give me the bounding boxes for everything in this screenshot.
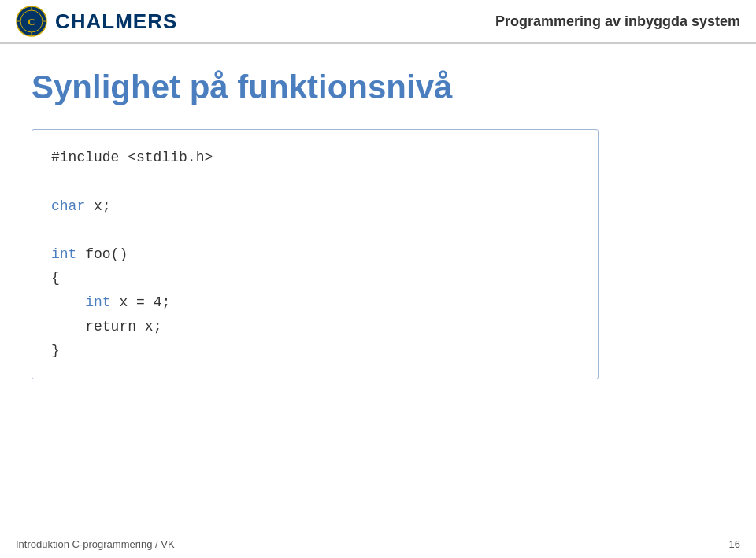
code-line-7: int x = 4; [51, 290, 579, 315]
footer-page-number: 16 [729, 538, 740, 550]
main-content: Synlighet på funktionsnivå #include <std… [0, 44, 756, 395]
code-line-9: } [51, 338, 579, 363]
chalmers-logo-icon: C [16, 6, 47, 37]
code-line-2 [51, 170, 579, 194]
footer-left: Introduktion C-programmering / VK [16, 538, 175, 550]
code-line-6: { [51, 266, 579, 290]
logo-area: C CHALMERS [16, 6, 177, 37]
logo-text: CHALMERS [55, 9, 177, 34]
code-block: #include <stdlib.h> char x; int foo() { … [32, 129, 598, 379]
code-line-5: int foo() [51, 242, 579, 267]
code-line-8: return x; [51, 315, 579, 339]
code-line-3: char x; [51, 194, 579, 219]
footer: Introduktion C-programmering / VK 16 [0, 530, 756, 558]
code-line-4 [51, 218, 579, 242]
header-title: Programmering av inbyggda system [495, 13, 740, 30]
header: C CHALMERS Programmering av inbyggda sys… [0, 0, 756, 44]
code-line-1: #include <stdlib.h> [51, 146, 579, 170]
svg-text:C: C [28, 16, 35, 28]
slide-title: Synlighet på funktionsnivå [32, 68, 724, 107]
